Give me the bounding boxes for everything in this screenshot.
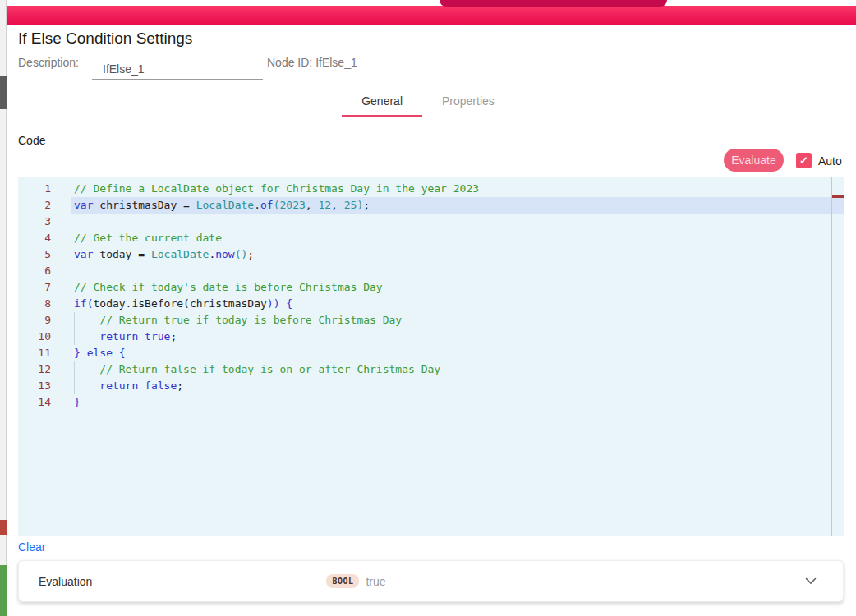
code-line[interactable]: 10 return true;	[18, 329, 831, 345]
page-title: If Else Condition Settings	[18, 30, 192, 48]
line-number: 2	[18, 197, 51, 214]
editor-scrollbar[interactable]	[831, 177, 844, 536]
tab-general[interactable]: General	[342, 88, 422, 117]
line-text: // Get the current date	[74, 230, 222, 246]
auto-checkbox-label: Auto	[818, 154, 842, 168]
line-number: 11	[18, 345, 51, 361]
node-id-text: Node ID: IfElse_1	[267, 56, 357, 69]
background-page-edge	[0, 0, 7, 616]
evaluate-button[interactable]: Evaluate	[724, 149, 784, 172]
code-line[interactable]: 14}	[18, 394, 831, 411]
evaluation-panel[interactable]: Evaluation BOOL true	[18, 560, 844, 602]
line-text: var today = LocalDate.now();	[74, 246, 254, 263]
description-label: Description:	[18, 56, 79, 69]
line-text: // Check if today's date is before Chris…	[74, 279, 383, 296]
line-text: if(today.isBefore(christmasDay)) {	[74, 296, 292, 312]
code-line[interactable]: 11} else {	[18, 345, 831, 361]
line-number: 14	[18, 394, 51, 411]
line-text: var christmasDay = LocalDate.of(2023, 12…	[74, 197, 370, 214]
code-line[interactable]: 1// Define a LocalDate object for Christ…	[18, 181, 831, 197]
line-text: // Return false if today is on or after …	[74, 361, 440, 378]
line-text: }	[74, 394, 81, 411]
background-fragment-green	[0, 565, 7, 616]
line-number: 6	[18, 263, 51, 279]
line-number: 12	[18, 361, 51, 378]
evaluation-label: Evaluation	[39, 575, 92, 588]
auto-checkbox[interactable]: ✓	[796, 153, 812, 168]
line-number: 1	[18, 181, 51, 197]
line-text: } else {	[74, 345, 126, 361]
line-text: // Return true if today is before Christ…	[74, 312, 402, 329]
code-line[interactable]: 3	[18, 214, 831, 230]
background-fragment-dark	[0, 76, 7, 109]
dialog-header-bar	[0, 6, 856, 25]
line-number: 9	[18, 312, 51, 329]
code-line[interactable]: 9 // Return true if today is before Chri…	[18, 312, 831, 329]
code-line[interactable]: 2var christmasDay = LocalDate.of(2023, 1…	[18, 197, 831, 214]
line-number: 4	[18, 230, 51, 246]
line-number: 5	[18, 246, 51, 263]
type-badge: BOOL	[326, 574, 359, 588]
line-number: 10	[18, 329, 51, 345]
code-section-label: Code	[18, 134, 45, 147]
code-editor[interactable]: 1// Define a LocalDate object for Christ…	[18, 177, 844, 536]
line-number: 13	[18, 378, 51, 394]
code-lines: 1// Define a LocalDate object for Christ…	[18, 181, 831, 411]
code-line[interactable]: 5var today = LocalDate.now();	[18, 246, 831, 263]
clear-link[interactable]: Clear	[18, 540, 45, 554]
code-line[interactable]: 4// Get the current date	[18, 230, 831, 246]
line-text: return true;	[74, 329, 177, 345]
line-number: 3	[18, 214, 51, 230]
background-toast	[440, 0, 667, 7]
evaluation-value: true	[366, 575, 385, 588]
line-text: return false;	[74, 378, 183, 394]
chevron-down-icon[interactable]	[805, 577, 817, 585]
description-input[interactable]	[92, 54, 263, 80]
scrollbar-annotation-marker	[832, 195, 844, 198]
code-line[interactable]: 12 // Return false if today is on or aft…	[18, 361, 831, 378]
code-line[interactable]: 8if(today.isBefore(christmasDay)) {	[18, 296, 831, 312]
line-text: // Define a LocalDate object for Christm…	[74, 181, 479, 197]
line-number: 8	[18, 296, 51, 312]
tab-properties[interactable]: Properties	[422, 88, 514, 117]
tab-bar: General Properties	[0, 88, 856, 117]
code-line[interactable]: 13 return false;	[18, 378, 831, 394]
code-line[interactable]: 6	[18, 263, 831, 279]
check-icon: ✓	[799, 154, 808, 167]
code-line[interactable]: 7// Check if today's date is before Chri…	[18, 279, 831, 296]
background-fragment-red	[0, 520, 7, 535]
line-number: 7	[18, 279, 51, 296]
